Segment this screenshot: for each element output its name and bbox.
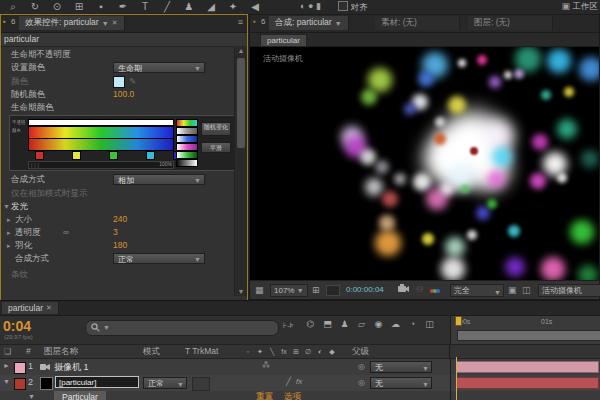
- stroke-icon[interactable]: ▮: [316, 0, 321, 13]
- audio-switch-icon[interactable]: ✦: [254, 348, 266, 356]
- tab-effect-controls[interactable]: 效果控件: particular ▼ ✕: [19, 16, 125, 30]
- gradient-stop[interactable]: [35, 151, 44, 160]
- parent-dropdown[interactable]: 无 ▼: [370, 377, 432, 389]
- layer-row-camera[interactable]: ► 1 摄像机 1 ⁂ ◎ 无 ▼: [0, 359, 600, 376]
- cti-line[interactable]: [456, 357, 457, 400]
- layer-color-chip[interactable]: [14, 378, 26, 390]
- gradient-preset-swatch[interactable]: [176, 143, 198, 151]
- fx-switch-icon[interactable]: fx: [278, 348, 290, 355]
- frame-blend-switch-icon[interactable]: ◐: [314, 348, 326, 355]
- tab-timeline[interactable]: particular ✕: [2, 302, 59, 314]
- gradient-stop[interactable]: [72, 151, 81, 160]
- tab-footage[interactable]: 素材: (无): [375, 16, 460, 30]
- label-column-icon[interactable]: ❏: [4, 347, 11, 356]
- target-region-icon[interactable]: ▣: [508, 285, 517, 295]
- column-trkmat[interactable]: T TrkMat: [185, 346, 218, 356]
- roto-brush-tool-icon[interactable]: ◀: [244, 0, 266, 13]
- gradient-presets[interactable]: [176, 119, 198, 167]
- parent-dropdown[interactable]: 无 ▼: [370, 361, 432, 373]
- effect-switch-icon[interactable]: ∅: [302, 348, 314, 356]
- column-layer-name[interactable]: 图层名称: [44, 346, 78, 358]
- eyedropper-icon[interactable]: ✎: [129, 75, 136, 88]
- work-area-bar[interactable]: [457, 330, 600, 341]
- set-color-dropdown[interactable]: 生命期 ▼: [113, 62, 205, 73]
- panel-menu-icon[interactable]: ≡: [238, 17, 243, 27]
- motion-blur-switch-icon[interactable]: ◆: [326, 348, 338, 356]
- brush-tool-icon[interactable]: ╱: [156, 0, 178, 13]
- align-toggle[interactable]: 对齐: [338, 1, 368, 14]
- panel-grabber-icon[interactable]: ▪: [3, 17, 6, 26]
- twirl-closed-icon[interactable]: ▸: [7, 213, 11, 226]
- chevron-down-icon[interactable]: ▼: [335, 20, 342, 27]
- blend-mode-dropdown[interactable]: 正常 ▼: [143, 377, 187, 389]
- show-channel-icon[interactable]: [430, 286, 440, 295]
- layer-color-chip[interactable]: [14, 362, 26, 374]
- shape-tool-icon[interactable]: ▪: [90, 0, 112, 13]
- parent-pickwhip-icon[interactable]: ◎: [358, 378, 365, 387]
- gradient-smooth-button[interactable]: 平滑: [201, 142, 231, 153]
- tab-composition[interactable]: 合成: particular ▼: [269, 16, 349, 30]
- gradient-preset-swatch[interactable]: [176, 119, 198, 127]
- motion-blur-toggle-icon[interactable]: ⁂: [262, 361, 270, 370]
- glow-opacity-value[interactable]: 3: [113, 226, 118, 239]
- resolution-select[interactable]: 完全 ▼: [450, 284, 504, 297]
- solo-switch-icon[interactable]: ╲: [266, 348, 278, 356]
- ecw-scrollbar[interactable]: ▲ ▼: [234, 46, 247, 296]
- video-switch-icon[interactable]: ◦: [242, 348, 254, 355]
- param-opacity-over-life[interactable]: 生命期不透明度: [11, 48, 71, 61]
- trkmat-dropdown[interactable]: [192, 377, 210, 391]
- glow-transfer-dropdown[interactable]: 正常 ▼: [113, 253, 205, 264]
- panel-grabber-icon[interactable]: ▪: [253, 17, 256, 26]
- layer-duration-bar[interactable]: [456, 361, 599, 373]
- color-swatch[interactable]: [113, 76, 125, 88]
- scroll-up-icon[interactable]: ▲: [235, 47, 247, 54]
- grid-guides-icon[interactable]: ⊞: [312, 285, 320, 295]
- view-select[interactable]: 活动摄像机: [538, 284, 600, 297]
- chevron-down-icon[interactable]: ▼: [102, 20, 109, 27]
- gradient-preset-swatch[interactable]: [176, 159, 198, 167]
- gradient-preset-swatch[interactable]: [176, 127, 198, 135]
- effect-options-link[interactable]: 选项: [284, 391, 301, 400]
- scroll-down-icon[interactable]: ▼: [235, 288, 247, 295]
- scroll-thumb[interactable]: [237, 58, 245, 148]
- glow-size-value[interactable]: 240: [113, 213, 127, 226]
- twirl-open-icon[interactable]: ▼: [28, 393, 35, 400]
- column-parent[interactable]: 父级: [352, 346, 369, 358]
- rotate-tool-icon[interactable]: ↻: [24, 0, 46, 13]
- twirl-open-icon[interactable]: ▼: [3, 200, 10, 213]
- gradient-preview-bar[interactable]: [28, 138, 174, 151]
- tab-layer[interactable]: 图层: (无): [468, 16, 553, 30]
- gradient-stop[interactable]: [109, 151, 118, 160]
- twirl-open-icon[interactable]: ▼: [3, 378, 10, 385]
- color-over-life-gradient-editor[interactable]: 不透明 颜色 100% ||| 随机变化 平滑: [9, 115, 235, 171]
- close-icon[interactable]: ✕: [112, 19, 118, 27]
- fill-icon[interactable]: ●: [308, 0, 313, 13]
- snapshot-camera-icon[interactable]: [398, 284, 409, 295]
- zoom-select[interactable]: 107% ▼: [270, 284, 308, 297]
- align-checkbox[interactable]: [338, 1, 348, 11]
- quality-toggle-icon[interactable]: ╱: [286, 377, 291, 386]
- layer-name-input[interactable]: [particular]: [55, 376, 139, 388]
- zoom-tool-icon[interactable]: ⌕: [2, 0, 24, 13]
- effect-row-particular[interactable]: ▼ Particular 重置 选项: [0, 391, 600, 400]
- group-glow-label[interactable]: 发光: [11, 200, 28, 213]
- effect-reset-link[interactable]: 重置: [256, 391, 273, 400]
- pan-behind-tool-icon[interactable]: ⊞: [68, 0, 90, 13]
- layer-name[interactable]: 摄像机 1: [54, 361, 89, 374]
- effect-name[interactable]: Particular: [54, 391, 106, 400]
- column-number[interactable]: #: [26, 346, 31, 356]
- show-snapshot-icon[interactable]: ⚇: [416, 285, 423, 294]
- comp-breadcrumb[interactable]: particular: [260, 34, 307, 47]
- layer-duration-bar[interactable]: [456, 377, 599, 389]
- clone-stamp-tool-icon[interactable]: ♟: [178, 0, 200, 13]
- column-mode[interactable]: 模式: [143, 346, 160, 358]
- comp-viewer[interactable]: 活动摄像机: [250, 47, 599, 283]
- twirl-closed-icon[interactable]: ►: [3, 362, 10, 369]
- twirl-closed-icon[interactable]: ▸: [7, 226, 11, 239]
- transparency-grid-icon[interactable]: ◫: [522, 285, 531, 295]
- color-random-value[interactable]: 100.0: [113, 88, 134, 101]
- rotobezier-icon[interactable]: ◐: [300, 0, 305, 13]
- glow-feather-value[interactable]: 180: [113, 239, 127, 252]
- workspace-selector[interactable]: ▣ 工作区: [561, 1, 598, 13]
- viewer-timecode[interactable]: 0:00:00:04: [346, 285, 384, 294]
